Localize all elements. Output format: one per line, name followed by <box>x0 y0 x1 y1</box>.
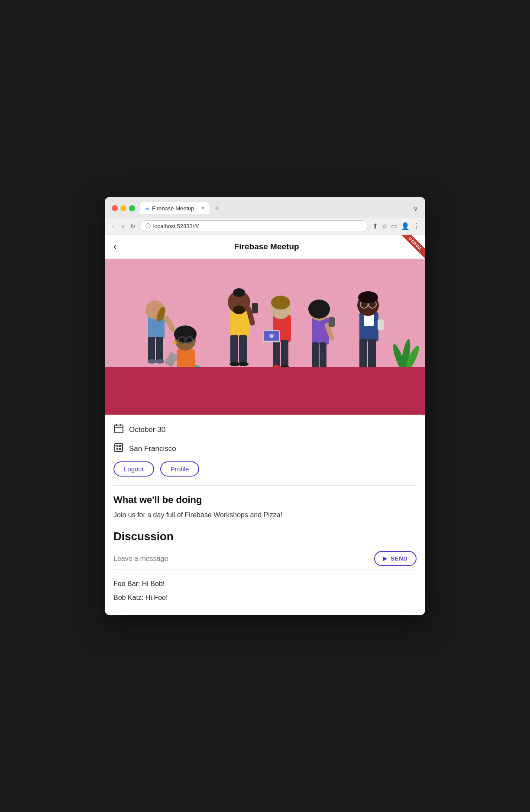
svg-rect-61 <box>378 319 384 330</box>
svg-point-15 <box>173 341 177 345</box>
content-section: What we'll be doing Join us for a day fu… <box>105 494 425 615</box>
svg-rect-74 <box>116 448 118 450</box>
traffic-lights <box>112 205 135 211</box>
tab-chevron-icon[interactable]: ∨ <box>413 204 418 213</box>
app-back-button[interactable]: ‹ <box>113 241 116 252</box>
svg-rect-75 <box>119 448 121 450</box>
address-bar[interactable]: ⓘ localhost:52333/#/ <box>140 220 368 232</box>
flutter-icon: ◂ <box>145 205 149 212</box>
profile-button[interactable]: Profile <box>160 461 200 477</box>
svg-point-43 <box>308 300 330 319</box>
debug-label: DEBUG <box>401 235 425 258</box>
what-heading: What we'll be doing <box>113 494 417 506</box>
app-header: ‹ Firebase Meetup DEBUG <box>105 235 425 259</box>
address-text: localhost:52333/#/ <box>153 223 199 229</box>
page-title: Firebase Meetup <box>116 242 417 251</box>
svg-point-33 <box>271 296 290 309</box>
message-input[interactable] <box>113 555 369 563</box>
profile-button[interactable]: 👤 <box>401 222 410 230</box>
forward-nav-button[interactable]: › <box>120 222 126 231</box>
browser-toolbar: ‹ › ↻ ⓘ localhost:52333/#/ ⬆ ☆ ▭ 👤 ⋮ <box>105 218 425 235</box>
svg-rect-7 <box>163 315 176 333</box>
logout-button[interactable]: Logout <box>113 461 154 477</box>
tab-label: Firebase Meetup <box>152 205 194 212</box>
close-traffic-light[interactable] <box>112 205 118 211</box>
tab-bar: ◂ Firebase Meetup × + ∨ <box>140 202 418 214</box>
svg-rect-4 <box>156 337 163 361</box>
svg-rect-25 <box>230 335 238 363</box>
discussion-heading: Discussion <box>113 530 417 543</box>
hero-floor <box>105 367 425 415</box>
share-button[interactable]: ⬆ <box>372 222 378 230</box>
event-info: October 30 San Francisco <box>105 415 425 455</box>
action-buttons: Logout Profile <box>105 461 425 477</box>
message-item: Bob Katz: Hi Foo! <box>113 593 417 603</box>
message-input-row: SEND <box>113 551 417 570</box>
svg-rect-57 <box>359 339 367 368</box>
section-divider <box>113 485 417 486</box>
send-icon <box>383 556 387 561</box>
refresh-button[interactable]: ↻ <box>130 223 136 230</box>
messages-list: Foo Bar: Hi Bob! Bob Katz: Hi Foo! <box>113 574 417 615</box>
event-date-row: October 30 <box>113 423 417 436</box>
svg-point-56 <box>358 291 378 303</box>
building-icon <box>113 442 124 455</box>
message-item: Foo Bar: Hi Bob! <box>113 579 417 589</box>
event-location-row: San Francisco <box>113 442 417 455</box>
svg-rect-35 <box>281 340 288 367</box>
svg-rect-67 <box>114 425 123 433</box>
svg-rect-44 <box>312 342 319 371</box>
svg-point-5 <box>148 359 156 364</box>
debug-banner: DEBUG <box>399 235 425 261</box>
svg-point-28 <box>238 362 249 366</box>
what-body: Join us for a day full of Firebase Works… <box>113 510 417 520</box>
browser-window: ◂ Firebase Meetup × + ∨ ‹ › ↻ ⓘ localhos… <box>105 197 425 615</box>
maximize-traffic-light[interactable] <box>129 205 135 211</box>
svg-point-23 <box>233 288 245 297</box>
svg-rect-49 <box>329 317 335 327</box>
svg-rect-3 <box>148 337 155 361</box>
minimize-traffic-light[interactable] <box>120 205 126 211</box>
toolbar-actions: ⬆ ☆ ▭ 👤 ⋮ <box>372 222 420 230</box>
svg-point-40 <box>269 334 274 338</box>
calendar-icon <box>113 423 124 436</box>
event-location: San Francisco <box>129 445 176 453</box>
active-tab[interactable]: ◂ Firebase Meetup × <box>140 202 210 214</box>
bookmark-button[interactable]: ☆ <box>381 222 388 230</box>
app-content: ‹ Firebase Meetup DEBUG <box>105 235 425 615</box>
secure-icon: ⓘ <box>145 222 151 230</box>
more-button[interactable]: ⋮ <box>413 222 420 230</box>
new-tab-button[interactable]: + <box>213 204 221 213</box>
event-date: October 30 <box>129 425 165 434</box>
svg-rect-58 <box>368 339 376 368</box>
svg-rect-71 <box>115 444 123 451</box>
svg-rect-30 <box>252 303 258 313</box>
svg-point-24 <box>233 306 245 314</box>
hero-image <box>105 259 425 415</box>
tab-close-icon[interactable]: × <box>201 205 204 211</box>
svg-rect-26 <box>239 335 247 363</box>
send-label: SEND <box>391 555 408 562</box>
svg-rect-45 <box>320 342 326 371</box>
svg-point-6 <box>155 359 164 364</box>
svg-rect-34 <box>273 340 280 367</box>
send-button[interactable]: SEND <box>374 551 417 566</box>
back-nav-button[interactable]: ‹ <box>110 222 116 231</box>
svg-rect-41 <box>312 318 329 345</box>
browser-titlebar: ◂ Firebase Meetup × + ∨ <box>105 197 425 218</box>
svg-rect-16 <box>165 352 178 367</box>
sidebar-button[interactable]: ▭ <box>391 222 398 230</box>
